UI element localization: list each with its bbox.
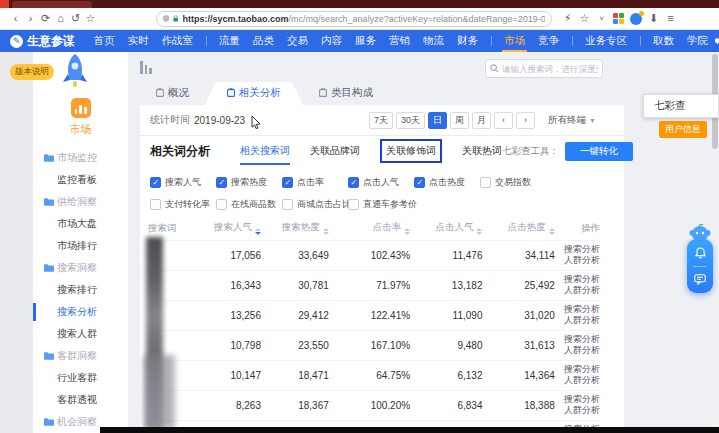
date-button-6[interactable]: › [516,112,535,129]
action-link[interactable]: 人群分析 [555,375,600,386]
nav-item-1-7[interactable]: 财务 [457,30,478,52]
section-tab-0[interactable]: 相关搜索词 [240,136,290,166]
date-button-2[interactable]: 日 [428,112,447,129]
version-badge[interactable]: 版本说明 [10,64,54,80]
metric-checkbox-3[interactable]: 点击人气 [348,176,414,189]
sort-caret-icon[interactable] [323,228,329,235]
metric-checkbox-1[interactable]: 搜索热度 [216,176,282,189]
checkbox-icon[interactable] [216,177,227,188]
checkbox-icon[interactable] [348,177,359,188]
metric-checkbox-5[interactable]: 交易指数 [480,176,546,189]
download-icon[interactable]: ⬇ [646,13,661,24]
action-link[interactable]: 人群分析 [555,345,600,356]
nav-item-1-5[interactable]: 营销 [389,30,410,52]
metric-checkbox-2[interactable]: 点击率 [282,176,348,189]
messages[interactable]: 消息 [715,27,719,55]
nav-item-2-1[interactable]: 竞争 [538,30,559,52]
checkbox-icon[interactable] [216,199,227,210]
bar-chart-icon[interactable] [140,61,152,74]
table-header-6[interactable]: 操作 [555,217,600,240]
brand[interactable]: ✎ 生意参谋 [10,33,75,50]
nav-item-0-0[interactable]: 首页 [94,30,115,52]
section-tab-3[interactable]: 关联热词 [462,136,502,166]
action-link[interactable]: 搜索分析 [555,304,600,315]
table-header-2[interactable]: 搜索热度 [261,217,329,240]
table-header-5[interactable]: 点击热度 [482,217,554,240]
stat-date[interactable]: 2019-09-23 [194,115,245,126]
action-link[interactable]: 人群分析 [555,255,600,266]
action-link[interactable]: 搜索分析 [555,244,600,255]
action-link[interactable]: 搜索分析 [555,394,600,405]
flash-icon[interactable]: ⚡ [560,13,575,24]
checkbox-icon[interactable] [480,177,491,188]
action-link[interactable]: 人群分析 [555,315,600,326]
history-icon[interactable]: ↺ [68,13,83,24]
metric-checkbox-6[interactable]: 支付转化率 [150,198,216,211]
section-tab-1[interactable]: 关联品牌词 [310,136,360,166]
metric-checkbox-9[interactable]: 直通车参考价 [348,198,414,211]
sort-caret-icon[interactable] [255,228,261,235]
one-click-convert-button[interactable]: 一键转化 [565,142,633,161]
nav-item-3-0[interactable]: 业务专区 [585,30,627,52]
table-header-1[interactable]: 搜索人气 [198,217,261,240]
sort-caret-icon[interactable] [549,228,555,235]
nav-item-1-1[interactable]: 品类 [253,30,274,52]
terminal-select[interactable]: 所有终端 ▼ [548,114,596,127]
sort-caret-icon[interactable] [404,228,410,235]
sidebar-group-9[interactable]: 客群洞察 [33,345,128,367]
keyword-search[interactable] [485,59,603,78]
nav-item-1-3[interactable]: 内容 [321,30,342,52]
checkbox-icon[interactable] [282,177,293,188]
metric-checkbox-8[interactable]: 商城点击占比 [282,198,348,211]
user-info-badge[interactable]: 用户信息 [659,121,707,138]
rocket-icon[interactable] [58,52,92,92]
tab-2[interactable]: 类目构成 [303,82,389,105]
date-button-4[interactable]: 月 [472,112,491,129]
menu-icon[interactable]: ≡ [663,13,678,24]
action-link[interactable]: 人群分析 [555,405,600,416]
action-link[interactable]: 人群分析 [555,285,600,296]
browser-tab[interactable] [12,1,92,8]
reload-icon[interactable]: ⟳ [38,13,53,24]
table-header-3[interactable]: 点击率 [329,217,410,240]
sort-caret-icon[interactable] [476,228,482,235]
sidebar-module[interactable]: 市场 [33,98,128,137]
nav-item-1-6[interactable]: 物流 [423,30,444,52]
sidebar-item-10[interactable]: 行业客群 [33,367,128,389]
sidebar-item-1[interactable]: 监控看板 [33,169,128,191]
nav-item-2-0[interactable]: 市场 [504,30,525,52]
extensions-grid-icon[interactable] [613,13,624,24]
profile-icon[interactable] [630,13,642,25]
sidebar-item-4[interactable]: 市场排行 [33,235,128,257]
sidebar-item-11[interactable]: 客群透视 [33,389,128,411]
nav-item-1-4[interactable]: 服务 [355,30,376,52]
date-button-0[interactable]: 7天 [369,112,393,129]
bell-icon[interactable] [695,247,706,259]
url-bar[interactable]: https://sycm.taobao.com/mc/mq/search_ana… [156,11,552,27]
tab-0[interactable]: 概况 [140,82,205,105]
table-header-4[interactable]: 点击人气 [410,217,482,240]
tab-1[interactable]: 相关分析 [205,82,303,105]
nav-item-0-2[interactable]: 作战室 [162,30,194,52]
checkbox-icon[interactable] [348,199,359,210]
star-icon[interactable]: ☆ [577,13,592,24]
section-tab-2[interactable]: 关联修饰词 [380,139,442,163]
metric-checkbox-0[interactable]: 搜索人气 [150,176,216,189]
checkbox-icon[interactable] [150,199,161,210]
action-link[interactable]: 搜索分析 [555,274,600,285]
metric-checkbox-4[interactable]: 点击热度 [414,176,480,189]
search-input[interactable] [502,64,598,74]
sidebar-item-6[interactable]: 搜索排行 [33,279,128,301]
date-button-5[interactable]: ‹ [494,112,513,129]
home-icon[interactable]: ⌂ [53,13,68,24]
checkbox-icon[interactable] [282,199,293,210]
chat-icon[interactable] [694,274,706,285]
nav-item-4-0[interactable]: 取数 [653,30,674,52]
nav-item-1-2[interactable]: 交易 [287,30,308,52]
sidebar-item-7[interactable]: 搜索分析 [33,301,128,323]
action-link[interactable]: 搜索分析 [555,334,600,345]
bookmark-star-icon[interactable]: ☆ [83,13,98,24]
action-link[interactable]: 搜索分析 [555,364,600,375]
chevron-down-icon[interactable]: ˅ [594,15,609,23]
checkbox-icon[interactable] [150,177,161,188]
